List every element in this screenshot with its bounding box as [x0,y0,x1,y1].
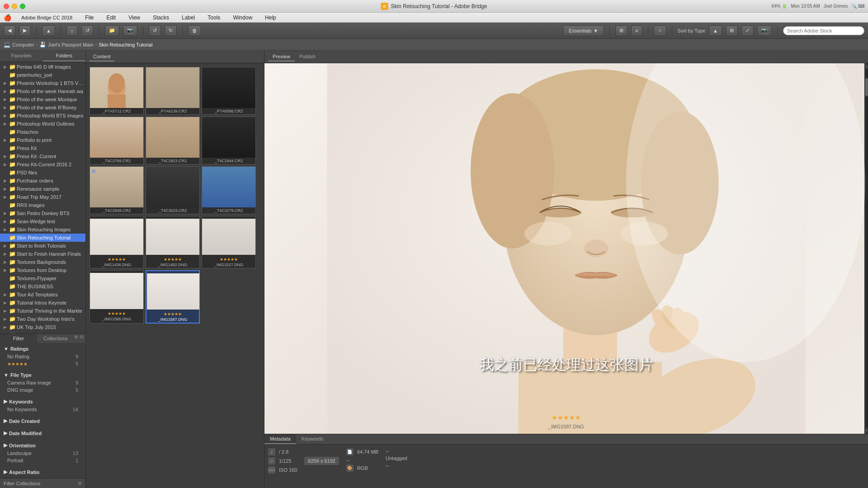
folder-item[interactable]: 📁 Press Kit [0,144,85,152]
folder-item[interactable]: ▶ 📁 Skin Retouching Images [0,225,85,234]
folder-item[interactable]: 📁 Textures-Flypaper [0,274,85,282]
folder-item[interactable]: ▶ 📁 Start to Finish Hannah Finals [0,250,85,258]
folder-item[interactable]: ▶ 📁 Textures from Desktop [0,266,85,274]
view-options-button[interactable]: ⊞ [726,25,738,36]
folder-item[interactable]: ▶ 📁 Press Kit -Current [0,152,85,160]
home-button[interactable]: ⌂ [66,25,78,36]
preview-tab[interactable]: Preview [268,52,295,61]
essentials-button[interactable]: Essentials ▼ [563,25,604,36]
folder-item[interactable]: ▶ 📁 Photo of the week R'Boney [0,103,85,112]
star-button[interactable]: ☆ [654,25,666,36]
folder-item[interactable]: ▶ 📁 Purchase orders [0,177,85,185]
keywords-tab[interactable]: Keywords [296,434,329,444]
apple-menu[interactable]: 🍎 [4,14,11,21]
folder-item[interactable]: 📁 Pistachos [0,128,85,136]
fullscreen-grid-button[interactable]: ⤢ [741,25,754,36]
collections-tab[interactable]: Collections [37,334,74,343]
view-grid-button[interactable]: ⊞ [615,25,627,36]
publish-tab[interactable]: Publish [295,52,320,61]
thumb-item[interactable]: ★★★★★ _IMG1436.DNG [90,216,144,268]
menu-label[interactable]: Label [179,14,198,22]
folder-item[interactable]: ▶ 📁 San Pedro Donkey BTS [0,209,85,217]
path-current[interactable]: Skin Retouching Tutorial [99,42,152,47]
thumb-item[interactable]: _T4C2769.CR2 [90,117,144,164]
folder-item[interactable]: ▶ 📁 Two Day Workshop Intro's [0,315,85,323]
thumb-item-selected[interactable]: ✦ ★★★★★ _IMG1587.DNG [146,270,200,324]
menu-file[interactable]: File [82,14,96,22]
thumb-item[interactable]: _T4C2949.CR2 ⊞ [90,166,144,214]
thumb-item[interactable]: _P7A6139.CR2 [146,67,200,115]
thumb-item[interactable]: _T4C2944.CR2 [202,117,256,164]
tab-favorites[interactable]: Favorites [0,51,43,61]
menu-view[interactable]: View [126,14,143,22]
keywords-header[interactable]: ▶ Keywords [0,397,85,406]
folder-item[interactable]: ▶ 📁 Tutorial Intros Keynote [0,299,85,307]
folder-item[interactable]: ▶ 📁 Tour Ad Temptates [0,291,85,299]
date-created-header[interactable]: ▶ Date Created [0,417,85,425]
folder-item[interactable]: 📁 peterhurley_joel [0,71,85,79]
thumb-item[interactable]: _P7A6586.CR2 [202,67,256,115]
aspect-ratio-header[interactable]: ▶ Aspect Ratio [0,468,85,476]
thumb-item[interactable]: _T4C2823.CR2 [146,117,200,164]
path-passport[interactable]: 💾 Joel's Passport Main [39,42,94,48]
camera-button[interactable]: 📷 [123,25,137,36]
filter-5star[interactable]: ★★★★★ 5 [0,360,85,367]
folder-item[interactable]: ▶ 📁 Photo of the week Monique [0,95,85,103]
menu-help[interactable]: Help [262,14,279,22]
rotate-left-button[interactable]: ↺ [149,25,161,36]
thumb-item[interactable]: _T4C3279.CR2 [202,166,256,214]
thumb-item[interactable]: ★★★★★ _IMG1527.DNG [202,216,256,268]
folder-item[interactable]: 📁 THE BUSINESS [0,282,85,291]
content-grid[interactable]: _P7A5712.CR2 _P7A6139.CR2 _P7A6586.CR2 [86,63,264,488]
folder-item[interactable]: ▶ 📁 Pentax 645 D tiff images [0,63,85,71]
reveal-button[interactable]: 📁 [105,25,119,36]
filter-tab[interactable]: Filter [0,334,37,343]
folder-item[interactable]: 📁 PSD files [0,169,85,177]
folder-item[interactable]: ▶ 📁 Photoshop World Outlines [0,120,85,128]
metadata-tab[interactable]: Metadata [264,434,296,444]
folder-item[interactable]: ▶ 📁 Tutorial Thriving in the Markte [0,307,85,315]
folder-item[interactable]: ▶ 📁 Sean-Wedge test [0,217,85,225]
menu-adobe-bridge[interactable]: Adobe Bridge CC 2018 [19,14,75,21]
thumb-item[interactable]: _P7A5712.CR2 [90,67,144,115]
close-button[interactable] [4,4,9,9]
view-list-button[interactable]: ≡ [631,25,642,36]
folder-item-selected[interactable]: 📁 Skin Retouching Tutorial [0,234,85,242]
folder-item[interactable]: ▶ 📁 Renesauce sample [0,185,85,193]
folder-item[interactable]: ▶ 📁 Start to finish Tutorials [0,242,85,250]
forward-button[interactable]: ▶ [19,25,31,36]
folder-item[interactable]: ▶ 📁 Press Kit-Current 2016 2 [0,160,85,169]
back-button[interactable]: ◀ [4,25,15,36]
thumb-item[interactable]: ★★★★★ _IMG1482.DNG [146,216,200,268]
up-button[interactable]: ▲ [42,25,55,36]
filter-options-button[interactable]: ⊕ ⊖ [74,334,84,343]
search-input[interactable] [783,26,864,35]
filter-landscape[interactable]: Landscape 13 [0,450,85,457]
menu-tools[interactable]: Tools [205,14,223,22]
filter-dng[interactable]: DNG image 5 [0,386,85,394]
date-modified-header[interactable]: ▶ Date Modified [0,429,85,437]
add-filter-button[interactable]: ⊕ [78,480,82,486]
path-computer[interactable]: 💻 Computer [4,42,34,48]
filetype-header[interactable]: ▼ File Type [0,371,85,379]
filter-cr2[interactable]: Camera Raw image 9 [0,379,85,386]
folder-item[interactable]: ▶ 📁 Photoshop World BTS images [0,112,85,120]
folder-item[interactable]: ▶ 📁 UK Trip July 2015 [0,323,85,331]
folder-item[interactable]: ▶ 📁 Photo of the week Hannah wa [0,87,85,95]
folder-item[interactable]: ▶ 📁 Road Trip May 2017 [0,193,85,201]
menu-stacks[interactable]: Stacks [150,14,172,22]
filter-no-keywords[interactable]: No Keywords 14 [0,406,85,413]
fullscreen-button[interactable] [20,4,25,9]
content-tab[interactable]: Content [90,52,114,61]
folder-item[interactable]: ▶ 📁 Portfolio to print [0,136,85,144]
ratings-header[interactable]: ▼ Ratings [0,345,85,353]
orientation-header[interactable]: ▶ Orientation [0,441,85,450]
thumb-item[interactable]: _T4C3023.CR2 [146,166,200,214]
thumb-item[interactable]: ◉ ★★★★★ _IMG1566.DNG [90,270,144,324]
camera-raw-button[interactable]: 📷 [757,25,772,36]
delete-button[interactable]: 🗑 [188,25,201,36]
folder-item[interactable]: ▶ 📁 Phoenix Workshop 1 BTS Video [0,79,85,87]
menu-window[interactable]: Window [230,14,255,22]
sort-direction-button[interactable]: ▲ [709,25,722,36]
menu-edit[interactable]: Edit [104,14,118,22]
